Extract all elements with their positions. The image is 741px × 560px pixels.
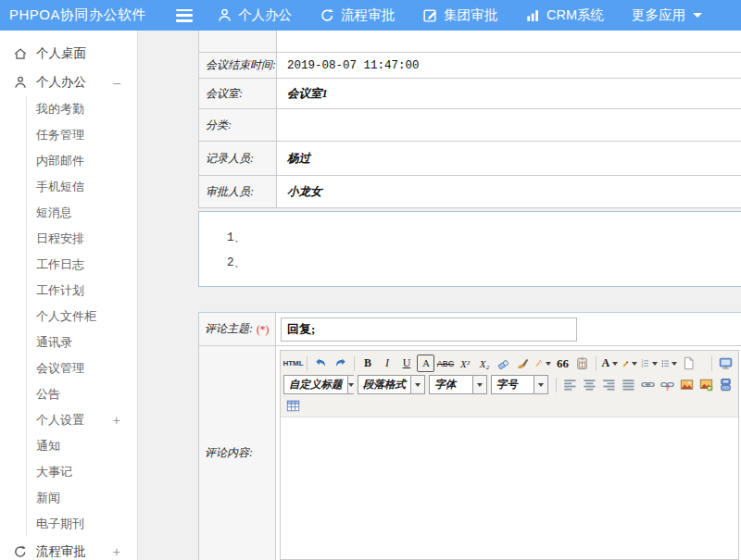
sidebar-item-工作日志[interactable]: 工作日志 [27,252,137,278]
strikethrough-button[interactable]: ABC [436,355,454,372]
table-row: 分类: [199,109,741,142]
toolbar-separator [307,356,308,371]
nav-label: 流程审批 [341,6,395,24]
sidebar-item-公告[interactable]: 公告 [27,381,137,407]
sidebar-item-通讯录[interactable]: 通讯录 [27,330,137,355]
field-value [277,109,741,141]
nav-crm-system[interactable]: CRM系统 [525,6,604,24]
sidebar-item-大事记[interactable]: 大事记 [27,459,137,485]
select-label: 字体 [430,378,460,392]
italic-button[interactable]: I [378,355,396,372]
font-color-button[interactable]: A [601,355,619,372]
menu-toggle-icon[interactable] [176,9,193,22]
align-center-button[interactable] [581,376,598,393]
font-style-button[interactable]: A [417,355,434,372]
source-code-button[interactable]: HTML [284,355,302,372]
caret-down-icon [693,13,702,18]
align-left-button[interactable] [561,376,579,393]
rich-text-editor: HTMLBIUAABCX²X₂66TA123 自定义标题段落格式字体字号? [280,350,739,560]
bold-button[interactable]: B [358,355,376,372]
sidebar-item-新闻[interactable]: 新闻 [27,485,137,511]
caret-down-icon[interactable] [347,376,354,393]
screenshot-button[interactable] [697,376,715,393]
person-icon [13,75,28,90]
link-button[interactable] [639,376,657,393]
highlight-button[interactable] [621,355,639,372]
editor-content-area[interactable] [281,417,738,559]
sidebar-item-电子期刊[interactable]: 电子期刊 [27,511,137,537]
app-logo: PHPOA协同办公软件 [0,6,176,24]
cycle-icon [320,7,335,23]
expand-icon[interactable]: + [113,544,120,559]
align-right-button[interactable] [600,376,618,393]
sidebar-item-工作计划[interactable]: 工作计划 [27,278,137,304]
svg-text:?: ? [666,385,670,392]
table-row: 记录人员:杨过 [199,142,741,176]
paste-button[interactable]: T [573,355,591,372]
comment-subject-input[interactable] [281,317,577,342]
quick-format-button[interactable] [534,355,552,372]
font-size-select[interactable]: 字号 [491,375,548,394]
subscript-button[interactable]: X₂ [475,355,493,372]
comment-subject-label: 评论主题: [205,321,253,337]
caret-down-icon[interactable] [472,376,486,393]
meeting-detail-table: 会议结束时间:2019-08-07 11:47:00会议室:会议室1分类:记录人… [198,31,741,208]
expand-icon[interactable]: + [113,407,120,433]
top-nav: 个人办公 流程审批 集团审批 CRM系统 更多应用 [217,6,730,24]
media-button[interactable] [717,376,735,393]
align-justify-button[interactable] [620,376,637,393]
caret-down-icon[interactable] [410,376,424,393]
format-brush-button[interactable] [514,355,532,372]
collapse-icon[interactable]: – [113,75,120,90]
font-family-select[interactable]: 字体 [429,375,486,394]
caret-down-icon[interactable] [534,376,547,393]
sidebar-section-label: 个人桌面 [36,45,86,62]
sidebar-section-label: 个人办公 [36,74,86,91]
toolbar-separator [711,356,712,371]
field-value: 杨过 [277,142,741,175]
superscript-button[interactable]: X² [456,355,473,372]
sidebar-item-我的考勤[interactable]: 我的考勤 [27,96,137,122]
underline-button[interactable]: U [397,355,415,372]
nav-group-approval[interactable]: 集团审批 [422,6,497,24]
sidebar-submenu: 我的考勤任务管理内部邮件手机短信短消息日程安排工作日志工作计划个人文件柜通讯录会… [26,96,137,537]
remove-format-button[interactable] [495,355,512,372]
caret-down-icon [652,362,658,366]
redo-button[interactable] [332,355,349,372]
sidebar-item-个人桌面[interactable]: 个人桌面 [0,39,137,68]
new-page-button[interactable] [680,355,697,372]
comment-content-row: 评论内容: HTMLBIUAABCX²X₂66TA123 自定义标题段落格式字体… [199,346,741,560]
nav-more-apps[interactable]: 更多应用 [632,6,702,24]
sidebar-item-内部邮件[interactable]: 内部邮件 [27,148,137,174]
field-label: 审批人员: [199,176,277,207]
nav-personal-office[interactable]: 个人办公 [217,6,292,24]
edit-icon [422,7,438,23]
sidebar-item-通知[interactable]: 通知 [27,433,137,459]
image-button[interactable] [678,376,696,393]
comment-content-label: 评论内容: [205,445,253,461]
nav-label: 更多应用 [632,6,685,24]
sidebar-item-短消息[interactable]: 短消息 [27,200,137,226]
undo-button[interactable] [312,355,330,372]
sidebar-item-任务管理[interactable]: 任务管理 [27,122,137,148]
blockquote-button[interactable]: 66 [554,355,571,372]
fullscreen-button[interactable] [717,355,735,372]
ordered-list-button[interactable]: 123 [640,355,659,372]
unlink-button[interactable]: ? [659,376,676,393]
sidebar-item-会议管理[interactable]: 会议管理 [27,355,137,381]
topbar: PHPOA协同办公软件 个人办公 流程审批 集团审批 CRM系统 更多应用 [0,0,741,31]
sidebar-item-流程审批[interactable]: 流程审批+ [0,537,137,560]
unordered-list-button[interactable] [660,355,679,372]
person-icon [217,7,232,23]
sidebar-item-日程安排[interactable]: 日程安排 [27,226,137,252]
table-button[interactable] [284,397,302,415]
paragraph-format-select[interactable]: 段落格式 [358,375,425,394]
heading-select[interactable]: 自定义标题 [283,375,354,394]
sidebar-item-个人办公[interactable]: 个人办公– [0,68,137,96]
sidebar-item-手机短信[interactable]: 手机短信 [27,174,137,200]
sidebar-item-个人设置[interactable]: 个人设置+ [27,407,137,433]
sidebar-item-个人文件柜[interactable]: 个人文件柜 [27,304,137,330]
comment-subject-row: 评论主题: (*) [199,313,741,346]
nav-workflow-approval[interactable]: 流程审批 [320,6,395,24]
nav-label: 个人办公 [238,6,292,24]
